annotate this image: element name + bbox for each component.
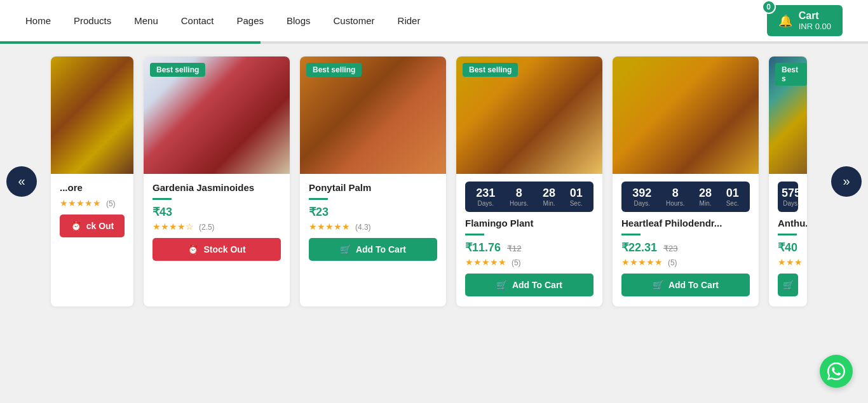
- nav-blogs[interactable]: Blogs: [287, 15, 311, 26]
- add-to-cart-button-4[interactable]: 🛒 Add To Cart: [465, 274, 593, 296]
- nav-rider[interactable]: Rider: [398, 15, 421, 26]
- product-image-5: [613, 56, 759, 174]
- nav-pages[interactable]: Pages: [236, 15, 264, 26]
- stock-out-label-1: ck Out: [86, 221, 114, 231]
- countdown-days-6: 575 Days.: [782, 187, 801, 207]
- cart-icon: 🔔: [778, 14, 792, 28]
- best-selling-badge-4: Best selling: [463, 63, 518, 77]
- cart-amount: INR 0.00: [799, 22, 831, 31]
- countdown-days-val-6: 575: [782, 187, 801, 200]
- stock-out-icon-1: ⏰: [71, 221, 81, 231]
- cart-badge: 0: [762, 0, 776, 14]
- countdown-days-val-4: 231: [476, 187, 495, 200]
- navbar: Home Products Menu Contact Pages Blogs C…: [0, 0, 868, 41]
- nav-home[interactable]: Home: [25, 15, 51, 26]
- review-count-2: (2.5): [199, 223, 215, 232]
- add-to-cart-label-3: Add To Cart: [356, 244, 406, 254]
- countdown-sec-val-4: 01: [570, 187, 583, 200]
- product-price-6: ₹40: [778, 241, 798, 254]
- nav-contact[interactable]: Contact: [181, 15, 214, 26]
- stock-out-button-2[interactable]: ⏰ Stock Out: [153, 238, 281, 261]
- carousel-track: ...ore ★★★★★ (5) ⏰ ck Out Best selling G…: [0, 56, 868, 307]
- countdown-min-4: 28 Min.: [543, 187, 555, 207]
- product-name-6: Anthu...: [778, 217, 798, 230]
- countdown-days-lbl-6: Days.: [782, 200, 801, 207]
- countdown-hours-val-4: 8: [510, 187, 528, 200]
- nav-links: Home Products Menu Contact Pages Blogs C…: [25, 15, 420, 26]
- product-stars-1: ★★★★★ (5): [60, 198, 125, 208]
- product-price-2: ₹43: [153, 205, 281, 219]
- card-body-3: Ponytail Palm ₹23 ★★★★★ (4.3) 🛒 Add To C…: [300, 174, 446, 271]
- product-stars-4: ★★★★★ (5): [465, 257, 593, 267]
- card-image-wrap-6: Best s: [769, 56, 807, 174]
- countdown-6: 575 Days.: [778, 182, 798, 212]
- countdown-min-5: 28 Min.: [699, 187, 712, 207]
- add-to-cart-button-3[interactable]: 🛒 Add To Cart: [309, 238, 437, 261]
- countdown-sec-lbl-5: Sec.: [726, 200, 739, 207]
- countdown-min-lbl-5: Min.: [699, 200, 712, 207]
- countdown-hours-val-5: 8: [666, 187, 684, 200]
- card-body-6: 575 Days. Anthu... ₹40 ★★★ 🛒: [769, 174, 807, 307]
- product-name-2: Gardenia Jasminoides: [153, 182, 281, 194]
- countdown-min-val-4: 28: [543, 187, 555, 200]
- product-stars-6: ★★★: [778, 257, 798, 267]
- product-stars-3: ★★★★★ (4.3): [309, 221, 437, 232]
- cart-label: Cart: [799, 10, 831, 22]
- nav-products[interactable]: Products: [74, 15, 111, 26]
- countdown-hours-5: 8 Hours.: [666, 187, 684, 207]
- product-price-3: ₹23: [309, 205, 437, 219]
- card-body-4: 231 Days. 8 Hours. 28 Min. 01 Sec.: [456, 174, 602, 307]
- cart-button[interactable]: 0 🔔 Cart INR 0.00: [767, 5, 843, 36]
- countdown-sec-4: 01 Sec.: [570, 187, 583, 207]
- product-price-4: ₹11.76 ₹12: [465, 241, 593, 254]
- countdown-days-val-5: 392: [632, 187, 651, 200]
- product-name-4: Flamingo Plant: [465, 217, 593, 230]
- cart-icon-5: 🛒: [653, 280, 663, 290]
- nav-menu[interactable]: Menu: [134, 15, 158, 26]
- product-price-5: ₹22.31 ₹23: [621, 241, 750, 254]
- product-image-1: [51, 56, 133, 174]
- best-selling-badge-6: Best s: [775, 63, 807, 86]
- countdown-sec-val-5: 01: [726, 187, 739, 200]
- stock-out-label-2: Stock Out: [203, 244, 245, 254]
- card-underline-4: [465, 234, 484, 235]
- product-card-1: ...ore ★★★★★ (5) ⏰ ck Out: [51, 56, 133, 307]
- nav-customer[interactable]: Customer: [334, 15, 375, 26]
- card-underline-6: [778, 234, 797, 235]
- card-image-wrap-2: Best selling: [144, 56, 290, 174]
- add-to-cart-button-6[interactable]: 🛒: [778, 274, 798, 296]
- product-stars-2: ★★★★☆ (2.5): [153, 221, 281, 232]
- countdown-4: 231 Days. 8 Hours. 28 Min. 01 Sec.: [465, 182, 593, 212]
- review-count-5: (5): [668, 258, 677, 267]
- product-name-5: Heartleaf Philodendr...: [621, 217, 750, 230]
- product-carousel: « ...ore ★★★★★ (5) ⏰ ck Out Best s: [0, 44, 868, 319]
- stock-out-button-1[interactable]: ⏰ ck Out: [60, 215, 125, 237]
- best-selling-badge-3: Best selling: [306, 63, 362, 77]
- add-to-cart-label-5: Add To Cart: [668, 280, 719, 290]
- card-underline-5: [621, 234, 641, 235]
- best-selling-badge-2: Best selling: [150, 63, 205, 77]
- countdown-days-lbl-4: Days.: [476, 200, 495, 207]
- product-original-price-4: ₹12: [507, 244, 521, 253]
- review-count-3: (4.3): [355, 223, 371, 232]
- cart-icon-6: 🛒: [783, 280, 794, 290]
- review-count-1: (5): [106, 199, 116, 208]
- product-stars-5: ★★★★★ (5): [621, 257, 750, 267]
- review-count-4: (5): [512, 258, 521, 267]
- countdown-min-lbl-4: Min.: [543, 200, 555, 207]
- card-image-wrap-5: [613, 56, 759, 174]
- next-arrow-button[interactable]: »: [831, 166, 862, 197]
- add-to-cart-label-4: Add To Cart: [512, 280, 562, 290]
- product-card-2: Best selling Gardenia Jasminoides ₹43 ★★…: [144, 56, 290, 307]
- countdown-sec-5: 01 Sec.: [726, 187, 739, 207]
- card-body-2: Gardenia Jasminoides ₹43 ★★★★☆ (2.5) ⏰ S…: [144, 174, 290, 271]
- card-body-5: 392 Days. 8 Hours. 28 Min. 01 Sec.: [613, 174, 759, 307]
- prev-arrow-button[interactable]: «: [6, 166, 37, 197]
- card-body-1: ...ore ★★★★★ (5) ⏰ ck Out: [51, 174, 133, 248]
- card-image-wrap-1: [51, 56, 133, 174]
- countdown-hours-4: 8 Hours.: [510, 187, 528, 207]
- add-to-cart-button-5[interactable]: 🛒 Add To Cart: [621, 274, 750, 296]
- product-original-price-5: ₹23: [663, 244, 677, 253]
- card-image-wrap-3: Best selling: [300, 56, 446, 174]
- card-image-wrap-4: Best selling: [456, 56, 602, 174]
